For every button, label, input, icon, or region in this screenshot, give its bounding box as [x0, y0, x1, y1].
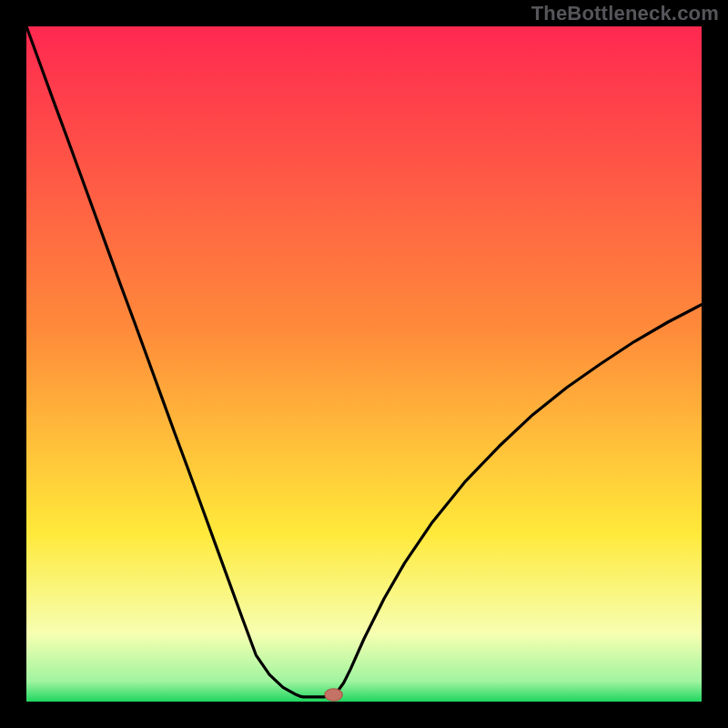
bottleneck-chart — [0, 0, 728, 728]
chart-frame: { "watermark": "TheBottleneck.com", "col… — [0, 0, 728, 728]
watermark-text: TheBottleneck.com — [531, 2, 719, 25]
optimum-marker — [325, 689, 342, 701]
